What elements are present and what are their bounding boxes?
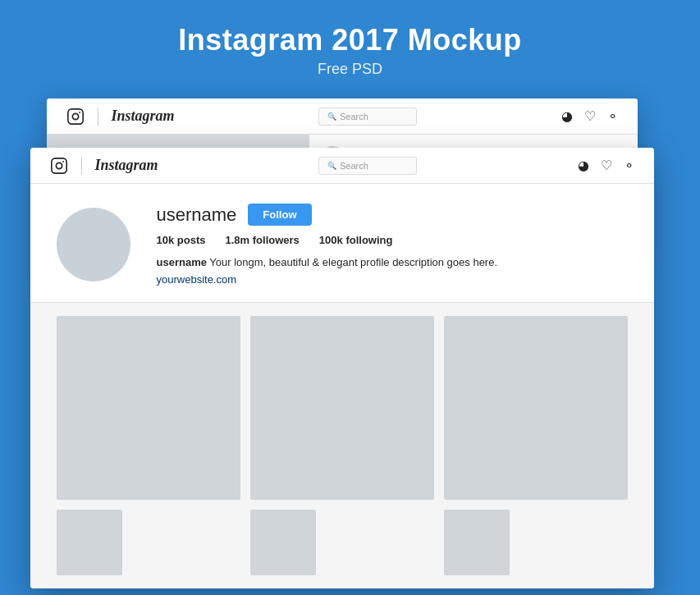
grid-item-6[interactable] [444,510,510,575]
follow-button-profile[interactable]: Follow [248,204,311,226]
user-icon-front[interactable]: ⚬ [624,158,634,173]
following-count: 100k [319,234,343,246]
page-subtitle: Free PSD [178,61,522,78]
search-icon-back: 🔍 [327,112,336,121]
svg-point-2 [79,112,80,113]
instagram-logo-text-back: Instagram [112,108,175,125]
stat-following: 100k following [319,234,393,246]
user-icon-back[interactable]: ⚬ [607,108,618,124]
svg-point-4 [56,162,62,168]
stat-followers: 1.8m followers [226,234,300,246]
bio-username: username [157,256,207,268]
instagram-icon-front [50,157,68,175]
profile-bio: username Your longm, beautiful & elegant… [157,254,628,271]
navbar-icons-back: ◕ ♡ ⚬ [561,108,618,124]
grid-item-3[interactable] [444,316,628,500]
profile-info: username Follow 10k posts 1.8m followers… [157,204,628,286]
stat-posts: 10k posts [157,234,206,246]
search-box-back[interactable]: 🔍 Search [318,108,417,126]
svg-rect-3 [51,158,66,172]
followers-label: followers [253,234,300,246]
svg-rect-0 [67,108,82,123]
grid-item-5[interactable] [250,510,316,575]
search-icon-front: 🔍 [327,162,336,170]
profile-avatar [57,208,130,281]
nav-divider-back [98,108,98,126]
mockup-container: Instagram 🔍 Search ◕ ♡ ⚬ username [30,98,670,525]
brand-front: Instagram [50,157,158,175]
posts-count: 10k [157,234,175,246]
heart-icon-back[interactable]: ♡ [584,108,596,124]
following-label: following [345,234,392,246]
search-area-front[interactable]: 🔍 Search [318,157,417,175]
instagram-logo-text-front: Instagram [95,157,158,174]
svg-point-1 [72,113,78,119]
page-header: Instagram 2017 Mockup Free PSD [178,0,522,94]
bio-text: Your longm, beautiful & elegant profile … [207,256,497,268]
profile-section: username Follow 10k posts 1.8m followers… [30,184,654,303]
compass-icon-back[interactable]: ◕ [561,108,573,124]
page-title: Instagram 2017 Mockup [178,23,522,57]
grid-item-2[interactable] [250,316,434,500]
profile-username: username [157,204,237,226]
profile-link[interactable]: yourwebsite.com [157,273,628,286]
search-area-back[interactable]: 🔍 Search [318,108,417,126]
navbar-back: Instagram 🔍 Search ◕ ♡ ⚬ [47,98,638,135]
compass-icon-front[interactable]: ◕ [578,158,589,173]
grid-item-1[interactable] [57,316,240,500]
profile-stats: 10k posts 1.8m followers 100k following [157,234,628,246]
posts-label: posts [177,234,206,246]
brand-back: Instagram [66,108,175,126]
grid-section [30,303,654,588]
followers-count: 1.8m [226,234,250,246]
instagram-icon-back [66,108,85,126]
profile-name-row: username Follow [157,204,628,226]
navbar-icons-front: ◕ ♡ ⚬ [578,158,634,173]
navbar-front: Instagram 🔍 Search ◕ ♡ ⚬ [30,148,654,184]
svg-point-5 [62,161,64,162]
grid-item-4[interactable] [57,510,122,575]
search-label-front: Search [340,161,368,171]
card-front: Instagram 🔍 Search ◕ ♡ ⚬ username Follow [30,148,654,588]
search-box-front[interactable]: 🔍 Search [318,157,417,175]
heart-icon-front[interactable]: ♡ [601,158,612,173]
image-grid [57,316,628,575]
nav-divider-front [81,157,82,175]
search-label-back: Search [340,112,368,121]
